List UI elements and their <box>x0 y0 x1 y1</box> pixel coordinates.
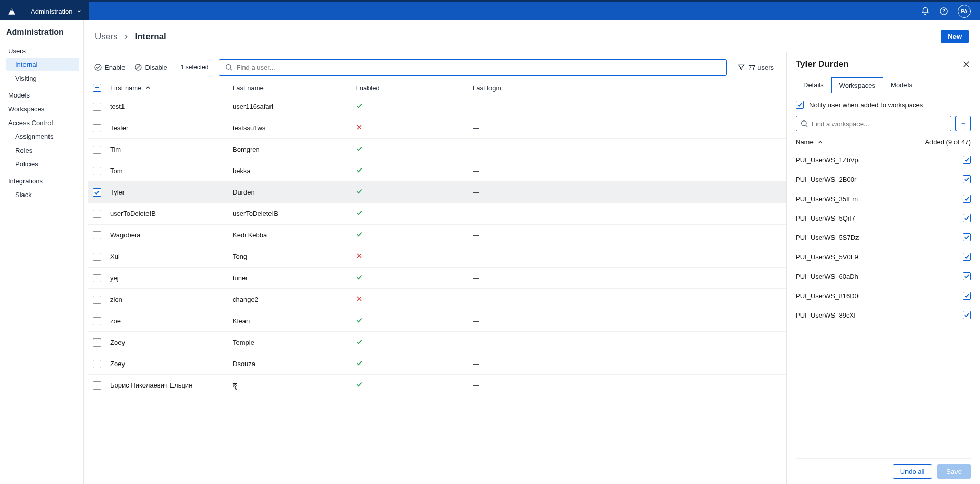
bell-icon[interactable] <box>921 7 930 16</box>
table-row[interactable]: TimBomgren— <box>88 139 786 160</box>
sort-asc-icon <box>817 139 824 146</box>
close-icon[interactable] <box>962 60 971 69</box>
cell-last-login: — <box>473 338 777 346</box>
table-row[interactable]: zionchange2— <box>88 289 786 310</box>
workspace-checkbox[interactable] <box>963 195 971 203</box>
cell-enabled <box>355 123 473 133</box>
new-button[interactable]: New <box>941 30 969 43</box>
row-checkbox[interactable] <box>93 296 101 304</box>
table-row[interactable]: ZoeyDsouza— <box>88 353 786 375</box>
row-checkbox[interactable] <box>93 188 101 197</box>
avatar[interactable]: PA <box>958 5 971 18</box>
workspace-checkbox[interactable] <box>963 272 971 280</box>
table-row[interactable]: yejtuner— <box>88 268 786 289</box>
cell-first-name: userToDeleteIB <box>110 210 233 217</box>
row-checkbox[interactable] <box>93 381 101 390</box>
sidebar-item-workspaces[interactable]: Workspaces <box>6 102 79 116</box>
workspace-checkbox[interactable] <box>963 214 971 222</box>
table-row[interactable]: WagoberaKedi Kebba— <box>88 225 786 246</box>
row-checkbox[interactable] <box>93 338 101 347</box>
row-checkbox[interactable] <box>93 167 101 175</box>
row-checkbox[interactable] <box>93 274 101 282</box>
workspace-checkbox[interactable] <box>963 156 971 164</box>
cell-enabled <box>355 144 473 154</box>
svg-point-5 <box>226 65 230 69</box>
sidebar-item-slack[interactable]: Slack <box>6 188 79 202</box>
workspace-checkbox[interactable] <box>963 253 971 261</box>
workspace-row: PUI_UserWS_2B00r <box>796 170 971 189</box>
ws-col-name[interactable]: Name <box>796 138 824 146</box>
row-checkbox[interactable] <box>93 231 101 239</box>
workspace-name: PUI_UserWS_35IEm <box>796 195 858 203</box>
enable-button[interactable]: Enable <box>93 61 126 74</box>
disable-button[interactable]: Disable <box>133 61 168 74</box>
row-checkbox[interactable] <box>93 103 101 111</box>
sidebar-item-models[interactable]: Models <box>6 88 79 102</box>
col-enabled[interactable]: Enabled <box>355 84 473 92</box>
notify-checkbox[interactable] <box>796 101 804 109</box>
breadcrumb-users[interactable]: Users <box>95 32 117 42</box>
sidebar-item-internal[interactable]: Internal <box>6 58 79 71</box>
cell-last-login: — <box>473 146 777 153</box>
workspace-row: PUI_UserWS_89cXf <box>796 305 971 325</box>
table-row[interactable]: ZoeyTemple— <box>88 332 786 353</box>
col-last-name[interactable]: Last name <box>233 84 355 92</box>
row-checkbox[interactable] <box>93 146 101 154</box>
row-checkbox[interactable] <box>93 317 101 325</box>
table-row[interactable]: TylerDurden— <box>88 182 786 203</box>
table-row[interactable]: Борис Николаевич Ельцинॡ— <box>88 375 786 396</box>
cell-first-name: Xui <box>110 253 233 260</box>
svg-point-2 <box>95 64 101 70</box>
cell-last-login: — <box>473 210 777 217</box>
workspace-checkbox[interactable] <box>963 311 971 319</box>
sidebar-item-integrations[interactable]: Integrations <box>6 174 79 188</box>
check-icon <box>355 209 363 217</box>
workspace-name: PUI_UserWS_5QrI7 <box>796 214 855 222</box>
cell-first-name: Tyler <box>110 188 233 196</box>
cell-enabled <box>355 230 473 240</box>
table-row[interactable]: test1user116safari— <box>88 96 786 117</box>
row-checkbox[interactable] <box>93 360 101 368</box>
save-button[interactable]: Save <box>937 464 971 479</box>
cell-last-name: user116safari <box>233 103 355 110</box>
topnav-administration[interactable]: Administration <box>23 2 89 20</box>
table-row[interactable]: Testertestssu1ws— <box>88 117 786 139</box>
col-last-login[interactable]: Last login <box>473 84 777 92</box>
workspace-checkbox[interactable] <box>963 292 971 300</box>
table-row[interactable]: userToDeleteIBuserToDeleteIB— <box>88 203 786 225</box>
row-checkbox[interactable] <box>93 210 101 218</box>
sidebar-item-users[interactable]: Users <box>6 44 79 58</box>
workspace-search-input[interactable] <box>812 120 947 128</box>
sort-asc-icon <box>144 84 152 91</box>
sidebar-item-assignments[interactable]: Assignments <box>6 130 79 143</box>
cell-enabled <box>355 337 473 347</box>
workspace-checkbox[interactable] <box>963 175 971 183</box>
tab-workspaces[interactable]: Workspaces <box>831 77 883 93</box>
col-first-name[interactable]: First name <box>110 84 233 92</box>
table-row[interactable]: XuiTong— <box>88 246 786 268</box>
table-row[interactable]: zoeKlean— <box>88 310 786 332</box>
filter-icon <box>737 63 745 71</box>
help-icon[interactable] <box>939 7 948 16</box>
sidebar-item-visiting[interactable]: Visiting <box>6 71 79 85</box>
undo-all-button[interactable]: Undo all <box>893 464 933 479</box>
workspace-name: PUI_UserWS_2B00r <box>796 176 856 183</box>
filter-button[interactable]: 77 users <box>734 63 777 71</box>
select-all-checkbox[interactable] <box>93 84 101 92</box>
tab-models[interactable]: Models <box>883 77 920 93</box>
sidebar-item-policies[interactable]: Policies <box>6 157 79 171</box>
sidebar-item-roles[interactable]: Roles <box>6 143 79 157</box>
row-checkbox[interactable] <box>93 253 101 261</box>
sidebar-item-access-control[interactable]: Access Control <box>6 116 79 130</box>
ws-col-added: Added (9 of 47) <box>925 138 971 146</box>
table-row[interactable]: Tombekka— <box>88 160 786 182</box>
app-logo[interactable] <box>0 2 23 20</box>
workspace-search-wrap[interactable] <box>796 116 951 131</box>
tab-details[interactable]: Details <box>796 77 831 93</box>
workspace-checkbox[interactable] <box>963 233 971 241</box>
search-input[interactable] <box>237 64 722 71</box>
row-checkbox[interactable] <box>93 124 101 132</box>
search-input-wrap[interactable] <box>219 59 727 76</box>
check-icon <box>355 187 363 196</box>
workspace-bulk-toggle[interactable] <box>955 116 971 131</box>
